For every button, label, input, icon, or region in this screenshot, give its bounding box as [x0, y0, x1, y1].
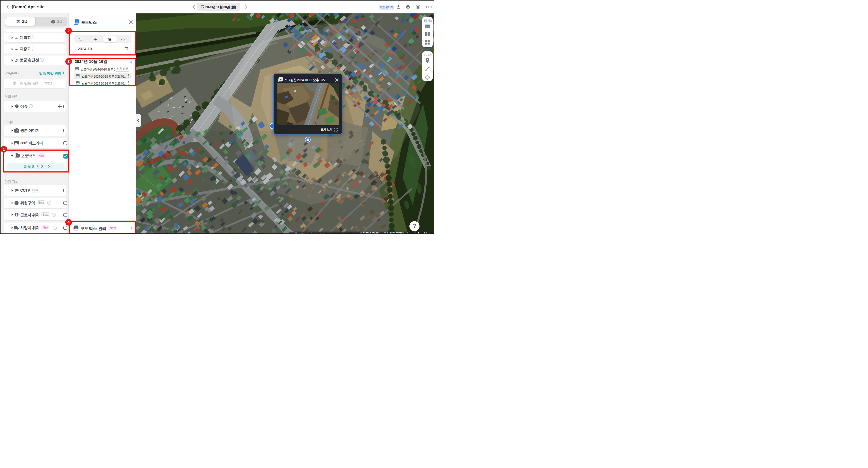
svg-text:?: ?	[53, 214, 55, 216]
svg-text:?: ?	[49, 201, 50, 204]
svg-text:?: ?	[41, 59, 42, 61]
svg-text:?: ?	[30, 105, 31, 108]
svg-text:?: ?	[32, 47, 33, 50]
svg-text:?: ?	[54, 226, 56, 229]
svg-text:?: ?	[32, 36, 33, 39]
